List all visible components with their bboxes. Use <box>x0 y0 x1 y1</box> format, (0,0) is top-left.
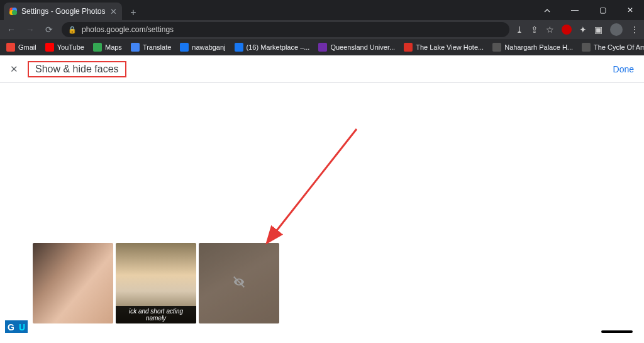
kebab-menu-icon[interactable]: ⋮ <box>630 25 639 35</box>
url-input[interactable]: 🔒 photos.google.com/settings <box>62 22 509 37</box>
bookmark-item[interactable]: The Cycle Of Ameri... <box>582 43 644 52</box>
bookmark-label: Maps <box>105 43 122 51</box>
bookmark-item[interactable]: Nahargarh Palace H... <box>492 43 573 52</box>
extensions-icon[interactable]: ✦ <box>579 25 587 35</box>
reload-icon[interactable]: ⟳ <box>43 25 55 35</box>
share-icon[interactable]: ⇪ <box>531 25 538 35</box>
window-max-button[interactable]: ▢ <box>589 0 616 20</box>
bookmark-label: The Cycle Of Ameri... <box>594 43 644 51</box>
tabs-icon[interactable]: ▣ <box>594 25 602 35</box>
bookmark-label: Queensland Univer... <box>330 43 395 51</box>
face-thumbnail[interactable] <box>33 243 113 323</box>
bookmark-item[interactable]: YouTube <box>45 43 84 52</box>
bookmark-icon <box>492 43 501 52</box>
extension-red-icon[interactable] <box>562 25 572 35</box>
lock-icon: 🔒 <box>68 26 77 34</box>
bookmark-label: (16) Marketplace –... <box>247 43 310 51</box>
bookmark-star-icon[interactable]: ☆ <box>546 25 554 35</box>
visibility-off-icon <box>232 275 246 291</box>
toolbar-right: ⤓ ⇪ ☆ ✦ ▣ ⋮ <box>516 23 639 36</box>
window-minimize-button[interactable] <box>533 0 561 20</box>
bookmark-item[interactable]: Queensland Univer... <box>318 43 395 52</box>
face-thumbnail[interactable]: ick and short acting namely <box>116 243 196 323</box>
bookmark-label: Translate <box>143 43 171 51</box>
bookmark-icon <box>235 43 243 52</box>
svg-point-3 <box>12 10 17 15</box>
bookmark-item[interactable]: The Lake View Hote... <box>404 43 484 52</box>
bookmark-icon <box>318 43 327 52</box>
bookmarks-bar: GmailYouTubeMapsTranslatenawabganj(16) M… <box>0 39 644 55</box>
google-photos-favicon <box>9 7 18 16</box>
faces-row: ick and short acting namely <box>33 243 279 323</box>
face-thumbnail-hidden[interactable] <box>199 243 279 323</box>
bookmark-item[interactable]: Maps <box>93 43 122 52</box>
bookmark-icon <box>582 43 591 52</box>
face-caption: ick and short acting namely <box>116 306 196 323</box>
bookmark-label: The Lake View Hote... <box>416 43 484 51</box>
bookmark-icon <box>404 43 413 52</box>
back-icon[interactable]: ← <box>5 25 18 35</box>
bookmark-icon <box>6 43 15 52</box>
bookmark-item[interactable]: nawabganj <box>180 43 225 52</box>
svg-line-5 <box>275 129 357 233</box>
browser-titlebar: Settings - Google Photos ✕ + — ▢ ✕ <box>0 0 644 20</box>
page-header: ✕ Show & hide faces Done <box>0 55 644 83</box>
forward-icon[interactable]: → <box>24 25 36 35</box>
bookmark-icon <box>45 43 54 52</box>
profile-avatar[interactable] <box>610 23 623 36</box>
bookmark-item[interactable]: Gmail <box>6 43 36 52</box>
window-close-button[interactable]: ✕ <box>616 0 644 20</box>
svg-text:U: U <box>19 322 25 332</box>
tab-title: Settings - Google Photos <box>21 7 106 16</box>
bookmark-icon <box>180 43 189 52</box>
bookmark-label: nawabganj <box>192 43 225 51</box>
close-icon[interactable]: ✕ <box>10 64 24 75</box>
svg-text:G: G <box>8 322 14 332</box>
tab-close-icon[interactable]: ✕ <box>110 7 117 16</box>
watermark-logo: GU <box>5 320 28 339</box>
bookmark-item[interactable]: (16) Marketplace –... <box>235 43 310 52</box>
bookmark-item[interactable]: Translate <box>131 43 171 52</box>
address-bar: ← → ⟳ 🔒 photos.google.com/settings ⤓ ⇪ ☆… <box>0 20 644 39</box>
url-text: photos.google.com/settings <box>82 25 174 34</box>
bookmark-label: Gmail <box>18 43 36 51</box>
shadow-decor <box>601 330 633 333</box>
bookmark-icon <box>93 43 102 52</box>
browser-tab[interactable]: Settings - Google Photos ✕ <box>4 3 122 20</box>
bookmark-label: YouTube <box>57 43 84 51</box>
bookmark-label: Nahargarh Palace H... <box>504 43 573 51</box>
annotation-arrow <box>265 123 366 249</box>
done-button[interactable]: Done <box>613 64 634 74</box>
install-icon[interactable]: ⤓ <box>516 25 523 35</box>
window-min-button[interactable]: — <box>561 0 589 20</box>
page-title: Show & hide faces <box>28 61 126 77</box>
new-tab-button[interactable]: + <box>126 5 141 20</box>
bookmark-icon <box>131 43 140 52</box>
